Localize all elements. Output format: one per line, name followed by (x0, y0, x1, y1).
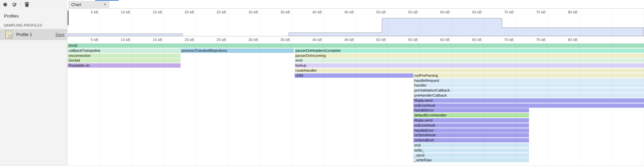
profiles-heading: Profiles (4, 13, 18, 19)
flame-frame[interactable]: handler (413, 83, 644, 88)
allocation-flame-chart: (root)callbackTrampolineprocessTicksAndR… (68, 43, 644, 166)
sampling-profiles-section-label: SAMPLING PROFILES (4, 23, 42, 27)
flame-frame[interactable]: onSendEnd (413, 138, 529, 142)
flame-frame[interactable]: callbackTrampoline (68, 48, 181, 53)
ruler-tick-label: 35 kB (264, 10, 290, 14)
ruler-tick-label: 80 kB (551, 38, 577, 42)
ruler-tick-label: 55 kB (391, 10, 418, 14)
ruler-tick-label: 30 kB (232, 10, 258, 14)
chart-view-select[interactable]: Chart ▼ (69, 1, 109, 8)
ruler-tick-label: 70 kB (487, 38, 514, 42)
chevron-down-icon: ▼ (104, 3, 109, 6)
flame-frame[interactable]: handleError (413, 108, 529, 112)
flame-frame[interactable]: onErrorHook (413, 103, 644, 108)
ruler-tick-label: 15 kB (136, 10, 162, 14)
flame-frame[interactable]: onconnection (68, 54, 181, 58)
ruler-tick-label: 5 kB (72, 10, 98, 14)
clear-profiles-button[interactable] (12, 0, 17, 9)
ruler-tick-label: 20 kB (168, 10, 194, 14)
ruler-tick-label: 80 kB (551, 10, 577, 14)
ruler-tick-label: 35 kB (264, 38, 290, 42)
ruler-tick-label: 60 kB (423, 10, 450, 14)
ruler-tick-label: 45 kB (328, 38, 354, 42)
trash-icon (25, 2, 29, 7)
flame-frame[interactable]: handleRequest (413, 78, 644, 83)
toolbar-left-section (0, 0, 67, 9)
blue-accent-bar (95, 0, 119, 1)
ruler-tick-label: 40 kB (296, 38, 322, 42)
profile-name: Profile 1 (16, 32, 32, 37)
flame-frame[interactable]: parserOnIncoming (295, 54, 644, 58)
ruler-tick-label: 15 kB (136, 38, 162, 42)
profiler-toolbar: Chart ▼ (0, 0, 644, 9)
flame-frame[interactable]: handleError (413, 128, 529, 133)
toolbar-divider (21, 2, 21, 7)
ruler-tick-label: 60 kB (423, 38, 450, 42)
percent-badge: % (9, 35, 12, 38)
ruler-tick-label: 55 kB (391, 38, 418, 42)
flame-frame[interactable]: parserOnHeadersComplete (295, 48, 644, 53)
devtools-memory-panel: Chart ▼ Profiles SAMPLING PROFILES % Pro… (0, 0, 644, 166)
sidebar-item-profile-1[interactable]: % Profile 1 Save (0, 29, 67, 40)
flame-frame[interactable]: Socket (68, 58, 181, 63)
ruler-tick-label: 10 kB (104, 38, 130, 42)
flame-frame[interactable]: preHandlerCallback (413, 93, 644, 98)
chart-view-select-value: Chart (69, 2, 104, 7)
ruler-tick-label: 65 kB (455, 10, 482, 14)
flame-frame[interactable]: preValidationCallback (413, 88, 644, 93)
memory-overview-area-chart[interactable] (68, 15, 644, 36)
save-profile-link[interactable]: Save (55, 32, 65, 37)
flame-frame[interactable]: routeHandler (295, 68, 644, 73)
overview-scrollbar-thumb[interactable] (68, 10, 69, 25)
ruler-tick-label: 75 kB (519, 38, 545, 42)
flame-frame[interactable]: emit (295, 58, 644, 63)
flame-frame[interactable]: Reply.send (413, 98, 644, 103)
ruler-tick-label: 75 kB (519, 10, 545, 14)
flame-frame[interactable]: Readable.on (68, 63, 181, 68)
record-icon (3, 3, 7, 6)
ruler-tick-label: 50 kB (359, 10, 386, 14)
flame-frame[interactable]: onSendHook (413, 133, 529, 137)
ruler-tick-label: 50 kB (359, 38, 386, 42)
profile-chart-icon: % (5, 31, 12, 38)
ruler-tick-label: 70 kB (487, 10, 514, 14)
ruler-tick-label: 40 kB (296, 10, 322, 14)
ruler-tick-label: 30 kB (232, 38, 258, 42)
flame-frame[interactable]: defaultErrorHandler (413, 113, 529, 118)
overview-area-path (68, 18, 644, 36)
ruler-tick-label: 10 kB (104, 10, 130, 14)
flame-frame[interactable]: Reply.send (413, 118, 529, 123)
flame-frame[interactable]: runPreParsing (413, 73, 644, 78)
flame-frame[interactable]: lookup (295, 63, 644, 68)
record-button[interactable] (3, 0, 7, 9)
flame-frame[interactable]: (root) (68, 43, 644, 48)
delete-profile-button[interactable] (24, 0, 30, 9)
flame-frame[interactable]: write_ (413, 148, 529, 153)
ruler-tick-label: 45 kB (328, 10, 354, 14)
profiles-sidebar: Profiles SAMPLING PROFILES % Profile 1 S… (0, 9, 67, 166)
ruler-tick-label: 25 kB (200, 38, 226, 42)
flame-frame[interactable]: child (295, 73, 413, 78)
ruler-tick-label: 25 kB (200, 10, 226, 14)
ruler-tick-label: 20 kB (168, 38, 194, 42)
flame-frame[interactable]: end (413, 143, 529, 147)
allocation-chart-pane: 5 kB10 kB15 kB20 kB25 kB30 kB35 kB40 kB4… (68, 9, 644, 166)
pane-divider (68, 36, 644, 36)
flame-frame[interactable]: _writeRaw (413, 158, 529, 162)
ruler-tick-label: 5 kB (72, 38, 98, 42)
ruler-tick-label: 65 kB (455, 38, 482, 42)
flame-frame[interactable]: processTicksAndRejections (181, 48, 294, 53)
flame-frame[interactable]: onErrorHook (413, 123, 529, 128)
block-icon (12, 3, 16, 6)
flame-frame[interactable]: _send (413, 153, 529, 158)
